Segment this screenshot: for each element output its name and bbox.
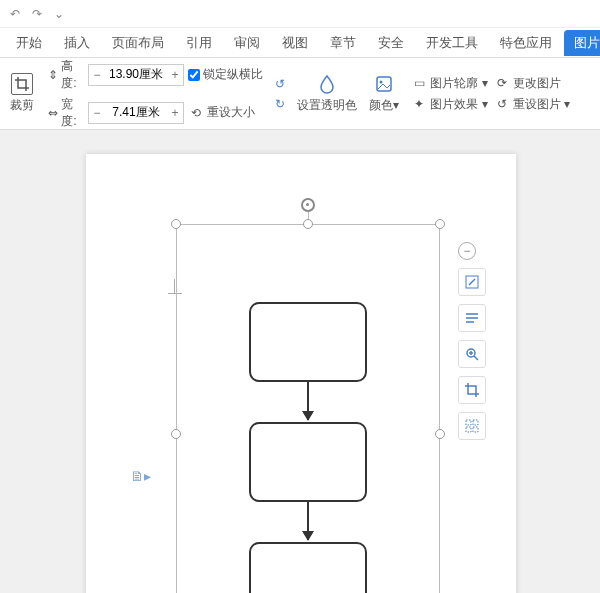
collapse-button[interactable]: − <box>458 242 476 260</box>
tab-picture-tools[interactable]: 图片工 <box>564 30 600 56</box>
reset-picture-button[interactable]: ↺ 重设图片 ▾ <box>494 96 571 113</box>
picture-effect-button[interactable]: ✦ 图片效果 ▾ <box>411 96 488 113</box>
rotate-left-icon[interactable]: ↺ <box>275 77 285 91</box>
ribbon: 裁剪 ⇕高度: − + 锁定纵横比 ⇔宽度: − + ⟲ 重设大小 <box>0 58 600 130</box>
height-icon: ⇕ <box>46 68 59 82</box>
resize-handle-tr[interactable] <box>435 219 445 229</box>
document-workspace: 🗎▸ − <box>0 130 600 593</box>
reset-pic-icon: ↺ <box>494 97 510 111</box>
crop-icon <box>11 73 33 95</box>
tab-insert[interactable]: 插入 <box>54 30 100 56</box>
width-spinner[interactable]: − + <box>88 102 184 124</box>
rotate-group: ↺ ↻ <box>275 77 285 111</box>
paragraph-mark-icon: 🗎▸ <box>130 468 151 484</box>
rotate-handle[interactable] <box>301 198 315 212</box>
resize-handle-t[interactable] <box>303 219 313 229</box>
tab-security[interactable]: 安全 <box>368 30 414 56</box>
crop-label: 裁剪 <box>10 97 34 114</box>
svg-point-1 <box>380 81 383 84</box>
svg-rect-4 <box>466 420 471 425</box>
redo-icon[interactable]: ↷ <box>30 7 44 21</box>
width-label: ⇔宽度: <box>46 96 84 130</box>
height-input[interactable] <box>105 68 167 82</box>
ribbon-tabs: 开始 插入 页面布局 引用 审阅 视图 章节 安全 开发工具 特色应用 图片工 <box>0 28 600 58</box>
height-label: ⇕高度: <box>46 58 84 92</box>
reset-size-button[interactable]: ⟲ 重设大小 <box>188 104 255 121</box>
tab-start[interactable]: 开始 <box>6 30 52 56</box>
resize-handle-r[interactable] <box>435 429 445 439</box>
undo-icon[interactable]: ↶ <box>8 7 22 21</box>
svg-rect-5 <box>473 420 478 425</box>
crop-group[interactable]: 裁剪 <box>10 73 34 114</box>
tab-devtools[interactable]: 开发工具 <box>416 30 488 56</box>
resize-handle-tl[interactable] <box>171 219 181 229</box>
color-label: 颜色▾ <box>369 97 399 114</box>
floating-toolbar: − <box>458 242 486 440</box>
height-spinner[interactable]: − + <box>88 64 184 86</box>
flowchart-node-2 <box>249 422 367 502</box>
resize-handle-l[interactable] <box>171 429 181 439</box>
rotate-right-icon[interactable]: ↻ <box>275 97 285 111</box>
color-group[interactable]: 颜色▾ <box>369 73 399 114</box>
height-plus[interactable]: + <box>167 68 183 82</box>
size-group: ⇕高度: − + 锁定纵横比 ⇔宽度: − + ⟲ 重设大小 <box>46 58 263 130</box>
flowchart-node-1 <box>249 302 367 382</box>
tab-page-layout[interactable]: 页面布局 <box>102 30 174 56</box>
edit-button[interactable] <box>458 268 486 296</box>
tab-view[interactable]: 视图 <box>272 30 318 56</box>
tab-review[interactable]: 审阅 <box>224 30 270 56</box>
effect-icon: ✦ <box>411 97 427 111</box>
transparent-color-label: 设置透明色 <box>297 97 357 114</box>
change-picture-button[interactable]: ⟳ 更改图片 <box>494 75 561 92</box>
svg-rect-0 <box>377 77 391 91</box>
flowchart-node-3 <box>249 542 367 593</box>
tab-references[interactable]: 引用 <box>176 30 222 56</box>
transparent-color-group[interactable]: 设置透明色 <box>297 73 357 114</box>
lock-aspect-checkbox[interactable]: 锁定纵横比 <box>188 66 263 83</box>
tab-chapter[interactable]: 章节 <box>320 30 366 56</box>
selected-object[interactable] <box>176 224 440 593</box>
color-icon <box>373 73 395 95</box>
select-similar-button[interactable] <box>458 412 486 440</box>
flowchart-arrow-1 <box>307 382 309 420</box>
reset-size-icon: ⟲ <box>188 106 204 120</box>
crop-tool-button[interactable] <box>458 376 486 404</box>
text-wrap-button[interactable] <box>458 304 486 332</box>
picture-outline-button[interactable]: ▭ 图片轮廓 ▾ <box>411 75 488 92</box>
zoom-button[interactable] <box>458 340 486 368</box>
lock-aspect-input[interactable] <box>188 69 200 81</box>
width-plus[interactable]: + <box>167 106 183 120</box>
picture-ops-group: ▭ 图片轮廓 ▾ ⟳ 更改图片 ✦ 图片效果 ▾ ↺ 重设图片 ▾ <box>411 75 570 113</box>
height-minus[interactable]: − <box>89 68 105 82</box>
width-icon: ⇔ <box>46 106 59 120</box>
tab-special[interactable]: 特色应用 <box>490 30 562 56</box>
change-pic-icon: ⟳ <box>494 76 510 90</box>
width-input[interactable] <box>105 106 167 120</box>
outline-icon: ▭ <box>411 76 427 90</box>
transparent-color-icon <box>316 73 338 95</box>
qat-dropdown-icon[interactable]: ⌄ <box>52 7 66 21</box>
flowchart-arrow-2 <box>307 502 309 540</box>
width-minus[interactable]: − <box>89 106 105 120</box>
document-page[interactable]: 🗎▸ − <box>86 154 516 593</box>
quick-access-toolbar: ↶ ↷ ⌄ <box>0 0 600 28</box>
svg-rect-7 <box>473 427 478 432</box>
lock-aspect-label: 锁定纵横比 <box>203 66 263 83</box>
svg-rect-6 <box>466 427 471 432</box>
